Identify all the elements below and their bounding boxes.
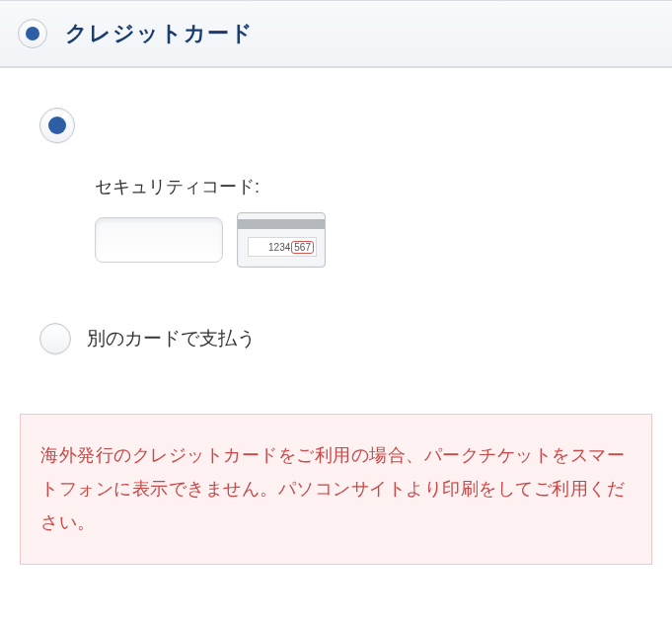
cvv-highlight-digits: 567 [291, 241, 314, 254]
security-code-section: セキュリティコード: 1234 567 [95, 175, 633, 268]
other-card-label: 別のカードで支払う [87, 326, 256, 351]
cvv-example-digits: 1234 [268, 242, 290, 253]
saved-card-option[interactable] [39, 108, 633, 143]
radio-credit-card[interactable] [18, 19, 47, 48]
security-input-row: 1234 567 [95, 212, 633, 268]
other-card-option[interactable]: 別のカードで支払う [39, 323, 633, 354]
header-title: クレジットカード [65, 19, 254, 48]
cvv-magstripe-icon [238, 219, 325, 229]
security-code-input[interactable] [95, 217, 223, 263]
radio-selected-dot-icon [26, 27, 39, 40]
foreign-card-notice: 海外発行のクレジットカードをご利用の場合、パークチケットをスマートフォンに表示で… [20, 414, 652, 565]
cvv-signature-strip-icon: 1234 567 [248, 237, 317, 257]
credit-card-content: セキュリティコード: 1234 567 別のカードで支払う [0, 68, 672, 364]
radio-saved-card[interactable] [39, 108, 75, 143]
radio-selected-dot-icon [48, 117, 66, 134]
payment-method-header[interactable]: クレジットカード [0, 0, 672, 68]
notice-text: 海外発行のクレジットカードをご利用の場合、パークチケットをスマートフォンに表示で… [40, 438, 632, 540]
cvv-card-icon: 1234 567 [237, 212, 326, 268]
security-code-label: セキュリティコード: [95, 175, 633, 198]
radio-other-card[interactable] [39, 323, 71, 354]
